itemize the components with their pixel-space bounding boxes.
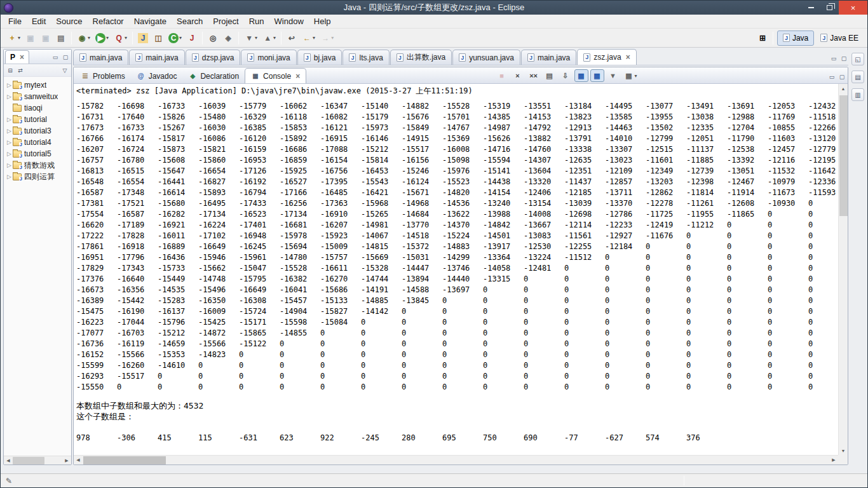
editor-tab-9[interactable]: Jmain.java — [521, 50, 576, 65]
close-window-button[interactable]: × — [839, 1, 867, 15]
restore-window-button[interactable] — [820, 1, 839, 15]
scroll-left-icon[interactable]: ◀ — [74, 456, 83, 464]
menu-item-file[interactable]: File — [3, 15, 27, 28]
package-explorer-hscrollbar[interactable]: ◀ ▶ — [4, 456, 71, 464]
console-hscrollbar[interactable]: ◀ ▶ — [74, 455, 838, 464]
menu-item-source[interactable]: Source — [51, 15, 87, 28]
scroll-up-icon[interactable]: ▲ — [839, 84, 848, 93]
editor-tab-5[interactable]: Jbj.java — [297, 50, 342, 65]
scroll-right-icon[interactable]: ▶ — [62, 456, 71, 465]
expand-arrow-icon[interactable]: ▷ — [6, 139, 13, 146]
editor-tab-1[interactable]: Jmain.java — [73, 50, 128, 65]
scroll-left-icon[interactable]: ◀ — [4, 456, 13, 465]
sidebar-item-tiaoqi[interactable]: tiaoqi — [4, 102, 71, 114]
menu-item-edit[interactable]: Edit — [27, 15, 51, 28]
new-junit-test-button[interactable]: J — [185, 31, 199, 45]
new-java-project-button[interactable]: J — [136, 31, 150, 45]
scrollbar-thumb[interactable] — [83, 456, 166, 464]
sidebar-item-tutorial3[interactable]: ▷Jtutorial3 — [4, 125, 71, 137]
expand-arrow-icon[interactable]: ▷ — [6, 128, 13, 134]
collapse-all-button[interactable]: ⊟ — [6, 66, 15, 75]
new-package-button[interactable]: ◫ — [151, 31, 165, 45]
pin-console-button[interactable]: ▼ — [606, 69, 620, 82]
menu-item-project[interactable]: Project — [208, 15, 243, 28]
expand-arrow-icon[interactable]: ▷ — [6, 151, 13, 157]
maximize-view-button[interactable]: ▢ — [839, 54, 848, 63]
minimized-tasklist-button[interactable]: ▥ — [851, 88, 864, 101]
view-menu-button[interactable]: ▽ — [60, 66, 69, 75]
menu-item-refactor[interactable]: Refactor — [88, 15, 129, 28]
minimized-outline-button[interactable]: ▤ — [851, 71, 864, 83]
sidebar-item-sanweitux[interactable]: ▷Jsanweitux — [4, 91, 71, 102]
sidebar-item-tutorial[interactable]: ▷Jtutorial — [4, 114, 71, 125]
java-ee-perspective-button[interactable]: JJava EE — [815, 30, 864, 46]
maximize-view-button[interactable]: ▢ — [837, 72, 846, 81]
expand-arrow-icon[interactable]: ▷ — [6, 162, 13, 168]
minimize-window-button[interactable] — [802, 1, 820, 15]
tab-javadoc[interactable]: @Javadoc — [131, 69, 183, 83]
open-console-button[interactable]: ▦▾ — [622, 69, 639, 82]
previous-annotation-button[interactable]: ▲▾ — [261, 31, 278, 45]
restore-view-button[interactable]: ◱ — [851, 53, 864, 65]
remove-all-terminated-button[interactable]: ×× — [527, 69, 541, 82]
minimize-view-button[interactable]: ▭ — [827, 72, 836, 81]
menu-item-run[interactable]: Run — [244, 15, 269, 28]
new-class-button[interactable]: C▾ — [166, 31, 184, 45]
console-vscrollbar[interactable]: ▲ ▼ — [838, 84, 848, 455]
close-view-icon[interactable]: × — [20, 54, 24, 60]
save-button[interactable]: ▣ — [24, 31, 37, 45]
package-explorer-tab[interactable]: P × — [5, 50, 29, 64]
sidebar-item-size-yunsuan[interactable]: ▷J四则运算 — [4, 171, 71, 182]
sidebar-item-tutorial4[interactable]: ▷Jtutorial4 — [4, 137, 71, 148]
menu-item-search[interactable]: Search — [172, 15, 208, 28]
menu-item-help[interactable]: Help — [309, 15, 336, 28]
editor-tab-10[interactable]: Jzsz.java× — [577, 49, 636, 65]
debug-button[interactable]: ◉▾ — [75, 31, 92, 45]
search-button[interactable]: ◎ — [206, 31, 220, 45]
tab-problems[interactable]: ☰Problems — [75, 69, 131, 83]
minimize-view-button[interactable]: ▭ — [51, 53, 60, 62]
close-tab-icon[interactable]: × — [626, 54, 630, 60]
sidebar-item-mytext[interactable]: ▷Jmytext — [4, 79, 71, 91]
expand-arrow-icon[interactable]: ▷ — [6, 82, 13, 88]
open-perspective-button[interactable]: ⊞ — [756, 31, 770, 45]
menu-item-navigate[interactable]: Navigate — [129, 15, 172, 28]
minimize-view-button[interactable]: ▭ — [829, 54, 838, 63]
expand-arrow-icon[interactable]: ▷ — [6, 116, 13, 123]
scroll-right-icon[interactable]: ▶ — [829, 456, 838, 464]
new-button[interactable]: +▾ — [5, 31, 22, 45]
sidebar-item-tutorial5[interactable]: ▷Jtutorial5 — [4, 148, 71, 159]
editor-tab-4[interactable]: Jmoni.java — [241, 50, 296, 65]
console-output[interactable]: <terminated> zsz [Java Application] D:\j… — [74, 84, 838, 455]
open-type-button[interactable]: ◈ — [221, 31, 235, 45]
scroll-lock-button[interactable]: ⇩ — [559, 69, 573, 82]
scrollbar-thumb[interactable] — [839, 95, 848, 216]
save-all-button[interactable]: ▣ — [39, 31, 53, 45]
show-stderr-button[interactable]: ▦ — [590, 69, 604, 82]
external-tools-button[interactable]: Q▾ — [112, 31, 129, 45]
last-edit-location-button[interactable]: ↩ — [285, 31, 299, 45]
next-annotation-button[interactable]: ▼▾ — [242, 31, 259, 45]
sidebar-item-caishu-youxi[interactable]: ▷J猜数游戏 — [4, 159, 71, 171]
remove-launch-button[interactable]: × — [511, 69, 525, 82]
tab-console[interactable]: ▦Console× — [245, 68, 306, 83]
close-tab-icon[interactable]: × — [295, 73, 300, 79]
terminate-button[interactable]: ■ — [495, 69, 509, 82]
forward-button[interactable]: →▾ — [318, 31, 336, 45]
menu-item-window[interactable]: Window — [269, 15, 309, 28]
editor-tab-7[interactable]: J出算数.java — [390, 50, 452, 65]
editor-tab-2[interactable]: Jmain.java — [129, 50, 184, 65]
print-button[interactable]: ▤ — [54, 31, 68, 45]
scroll-down-icon[interactable]: ▼ — [839, 446, 848, 455]
expand-arrow-icon[interactable]: ▷ — [6, 173, 13, 180]
maximize-view-button[interactable]: ▢ — [61, 53, 70, 62]
editor-tab-8[interactable]: Jyunsuan.java — [452, 50, 520, 65]
link-with-editor-button[interactable]: ⇄ — [16, 66, 25, 75]
editor-tab-6[interactable]: Jlts.java — [342, 50, 389, 65]
tab-declaration[interactable]: ◈Declaration — [182, 69, 245, 83]
editor-tab-3[interactable]: Jdzsp.java — [186, 50, 241, 65]
show-stdout-button[interactable]: ▦ — [574, 69, 588, 82]
scrollbar-thumb[interactable] — [13, 457, 44, 464]
clear-console-button[interactable]: ▤ — [543, 69, 557, 82]
run-button[interactable]: ▶▾ — [93, 31, 111, 45]
